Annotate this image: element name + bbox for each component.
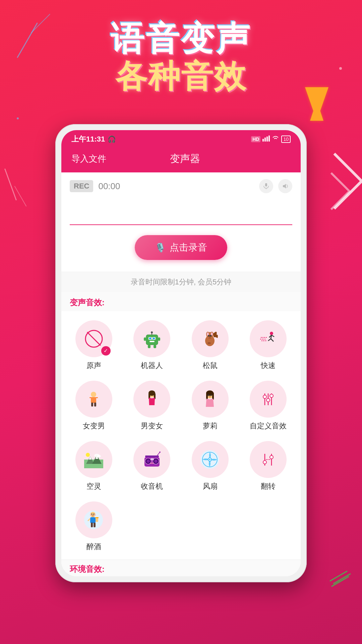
svg-point-28: [209, 336, 211, 338]
svg-point-101: [90, 514, 92, 516]
svg-point-64: [266, 398, 270, 402]
male-to-female-icon: [133, 381, 170, 418]
app-title: 变声器: [170, 152, 200, 166]
effect-drunk[interactable]: 醉酒: [65, 497, 123, 558]
robot-label: 机器人: [141, 361, 163, 371]
effect-custom[interactable]: 自定义音效: [239, 377, 298, 437]
svg-point-15: [151, 331, 153, 333]
svg-rect-3: [268, 136, 270, 142]
effects-grid: 原声: [61, 311, 301, 559]
svg-point-86: [159, 451, 161, 453]
fan-label: 风扇: [203, 481, 218, 491]
squirrel-label: 松鼠: [203, 361, 218, 371]
svg-point-57: [208, 394, 209, 396]
svg-point-27: [210, 335, 212, 336]
effect-ethereal[interactable]: 空灵: [65, 437, 123, 497]
recording-info-text: 录音时间限制1分钟, 会员5分钟: [131, 278, 232, 286]
svg-rect-77: [145, 455, 159, 457]
svg-point-63: [263, 395, 266, 398]
rec-icons: [259, 179, 292, 193]
svg-rect-103: [90, 517, 96, 523]
svg-rect-13: [149, 341, 155, 342]
svg-rect-82: [150, 458, 154, 460]
app-header: 导入文件 变声器: [61, 147, 301, 172]
molly-icon: [192, 381, 229, 418]
effect-robot[interactable]: 机器人: [123, 316, 181, 377]
svg-point-30: [259, 329, 278, 348]
svg-rect-19: [154, 345, 156, 348]
status-right: HD: [251, 136, 291, 143]
effect-fast[interactable]: 快速: [239, 316, 298, 377]
original-icon: [75, 320, 112, 357]
svg-point-72: [86, 453, 90, 457]
effect-molly[interactable]: 萝莉: [181, 377, 239, 437]
hd-badge: HD: [251, 136, 260, 142]
status-left: 上午11:31 🎧: [71, 134, 116, 144]
ethereal-icon: [75, 441, 112, 478]
drunk-label: 醉酒: [86, 542, 101, 552]
recording-info-bar: 录音时间限制1分钟, 会员5分钟: [61, 272, 301, 292]
effect-radio[interactable]: 收音机: [123, 437, 181, 497]
svg-rect-43: [89, 397, 92, 398]
svg-point-102: [94, 514, 96, 516]
effect-squirrel[interactable]: 松鼠: [181, 316, 239, 377]
effects-section-label: 变声音效:: [61, 292, 301, 311]
status-time: 上午11:31: [71, 134, 105, 144]
svg-point-84: [152, 463, 154, 464]
rec-time: 00:00: [98, 181, 254, 192]
svg-rect-17: [158, 337, 160, 341]
import-files-button[interactable]: 导入文件: [71, 153, 106, 165]
battery-icon: 10: [281, 136, 291, 143]
fast-label: 快速: [261, 361, 276, 371]
flip-icon: [250, 441, 287, 478]
fan-icon: [192, 441, 229, 478]
svg-rect-46: [94, 402, 96, 407]
status-bar: 上午11:31 🎧 HD: [61, 130, 301, 147]
svg-rect-109: [94, 523, 96, 527]
waveform-line: [70, 224, 292, 225]
svg-point-79: [146, 460, 150, 463]
effect-fan[interactable]: 风扇: [181, 437, 239, 497]
svg-point-41: [91, 392, 96, 397]
record-button[interactable]: 🎙️ 点击录音: [135, 235, 227, 260]
female-to-male-icon: [75, 381, 112, 418]
speaker-icon[interactable]: [278, 179, 292, 193]
mic-button-icon: 🎙️: [155, 243, 166, 253]
fast-icon: [250, 320, 287, 357]
custom-icon: [250, 381, 287, 418]
app-content: REC 00:00: [61, 172, 301, 576]
effect-original[interactable]: 原声: [65, 316, 123, 377]
svg-rect-108: [91, 523, 93, 527]
effect-male-to-female[interactable]: 男变女: [123, 377, 181, 437]
environment-label: 环境音效:: [70, 565, 105, 574]
svg-rect-45: [91, 402, 93, 407]
mic-icon[interactable]: [259, 179, 273, 193]
ethereal-label: 空灵: [86, 481, 101, 491]
squirrel-icon: [192, 320, 229, 357]
phone-screen: 上午11:31 🎧 HD: [61, 130, 301, 576]
svg-rect-44: [95, 397, 98, 398]
rec-bar: REC 00:00: [70, 179, 292, 193]
rec-badge: REC: [70, 180, 93, 192]
original-label: 原声: [86, 361, 101, 371]
effects-section: 变声音效: 原声: [61, 292, 301, 576]
phone-mockup: 上午11:31 🎧 HD: [55, 124, 307, 582]
phone-frame: 上午11:31 🎧 HD: [55, 124, 307, 582]
svg-line-7: [87, 332, 101, 345]
svg-point-90: [209, 459, 210, 460]
headphone-icon: 🎧: [108, 135, 116, 143]
svg-point-31: [270, 332, 273, 335]
waveform-area: [70, 198, 292, 225]
svg-rect-0: [262, 139, 264, 142]
radio-icon: [133, 441, 170, 478]
custom-label: 自定义音效: [250, 421, 287, 431]
svg-rect-2: [266, 137, 268, 142]
recording-area: REC 00:00: [61, 172, 301, 272]
molly-label: 萝莉: [203, 421, 218, 431]
record-btn-wrap: 🎙️ 点击录音: [70, 228, 292, 263]
svg-point-94: [263, 461, 266, 464]
effect-female-to-male[interactable]: 女变男: [65, 377, 123, 437]
svg-point-12: [153, 337, 155, 339]
effect-flip[interactable]: 翻转: [239, 437, 298, 497]
hero-title-2: 各种音效: [0, 59, 362, 94]
